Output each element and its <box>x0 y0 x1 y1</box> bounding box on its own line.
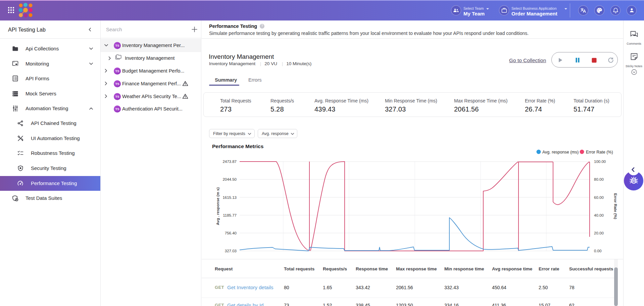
svg-text:20.00: 20.00 <box>594 231 604 235</box>
svg-text:Avg. response (ms): Avg. response (ms) <box>542 150 579 155</box>
svg-text:100.00: 100.00 <box>594 160 606 164</box>
svg-text:40.00: 40.00 <box>594 213 604 217</box>
svg-text:80.00: 80.00 <box>594 177 604 181</box>
svg-text:327.03: 327.03 <box>225 249 237 253</box>
svg-text:756.40: 756.40 <box>225 231 237 235</box>
svg-text:2044.50: 2044.50 <box>222 177 237 181</box>
svg-text:1615.13: 1615.13 <box>222 195 237 200</box>
svg-text:1185.77: 1185.77 <box>223 213 237 217</box>
svg-text:2473.87: 2473.87 <box>222 160 237 164</box>
svg-text:Error Rate (%): Error Rate (%) <box>613 193 617 219</box>
svg-text:60.00: 60.00 <box>594 195 604 200</box>
svg-text:0.00: 0.00 <box>594 249 601 253</box>
svg-text:Error Rate (%): Error Rate (%) <box>586 150 613 155</box>
svg-text:Avg . response (m s): Avg . response (m s) <box>216 187 220 225</box>
